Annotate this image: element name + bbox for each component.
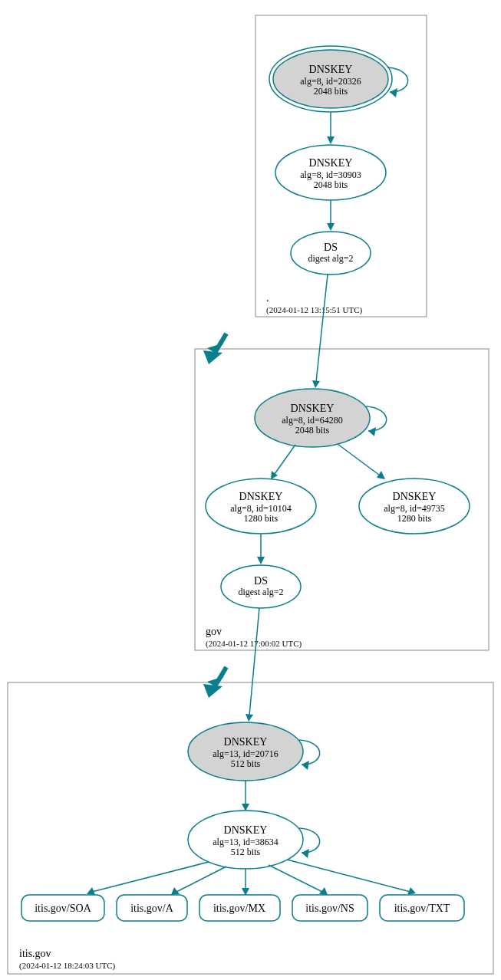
zone-gov-ts: (2024-01-12 17:00:02 UTC)	[206, 639, 302, 649]
zone-itis-ts: (2024-01-12 18:24:03 UTC)	[19, 961, 116, 971]
itis-zsk-node: DNSKEY alg=13, id=38634 512 bits	[188, 811, 320, 869]
node-sub: alg=8, id=10104	[230, 503, 292, 514]
arrowhead-icon	[377, 471, 385, 479]
node-sub: 1280 bits	[244, 513, 279, 524]
node-sub: 2048 bits	[295, 425, 330, 436]
root-ksk-node: DNSKEY alg=8, id=20326 2048 bits	[269, 46, 408, 112]
edge	[92, 862, 209, 892]
zone-root-ts: (2024-01-12 13:15:51 UTC)	[266, 305, 363, 315]
arrowhead-icon	[257, 557, 265, 564]
node-sub: alg=8, id=49735	[384, 503, 445, 514]
arrowhead-icon	[203, 684, 222, 698]
arrowhead-icon	[203, 350, 222, 364]
rrset-soa: itis.gov/SOA	[21, 895, 104, 921]
node-sub: alg=8, id=64280	[282, 415, 343, 426]
arrowhead-icon	[302, 761, 309, 770]
node-sub: digest alg=2	[308, 253, 353, 264]
node-title: DNSKEY	[309, 64, 353, 75]
node-sub: 2048 bits	[314, 86, 348, 97]
node-sub: 512 bits	[231, 847, 261, 857]
gov-zsk2-node: DNSKEY alg=8, id=49735 1280 bits	[359, 478, 470, 534]
node-sub: digest alg=2	[238, 587, 283, 597]
edge	[176, 867, 226, 892]
rrset-label: itis.gov/TXT	[394, 903, 450, 914]
node-title: DS	[254, 575, 268, 587]
arrowhead-icon	[327, 136, 335, 144]
node-title: DNSKEY	[224, 736, 268, 748]
node-sub: 1280 bits	[397, 513, 432, 524]
node-sub: alg=13, id=38634	[213, 837, 279, 847]
edge	[249, 608, 259, 715]
itis-ksk-node: DNSKEY alg=13, id=20716 512 bits	[188, 722, 320, 781]
arrowhead-icon	[271, 471, 278, 479]
arrowhead-icon	[368, 427, 376, 436]
node-title: DNSKEY	[239, 491, 283, 502]
node-title: DNSKEY	[309, 157, 353, 169]
zone-itis-label: itis.gov	[19, 948, 51, 959]
arrowhead-icon	[327, 223, 335, 231]
rrset-label: itis.gov/NS	[305, 903, 354, 914]
node-sub: 2048 bits	[314, 179, 348, 190]
node-title: DNSKEY	[291, 403, 335, 414]
rrset-label: itis.gov/A	[130, 903, 174, 914]
node-title: DS	[324, 242, 338, 253]
rrset-a: itis.gov/A	[117, 895, 187, 921]
arrowhead-icon	[302, 849, 309, 858]
edge	[269, 865, 322, 892]
node-sub: alg=13, id=20716	[213, 748, 279, 759]
arrowhead-icon	[246, 714, 253, 722]
rrset-mx: itis.gov/MX	[199, 895, 280, 921]
edge	[338, 444, 380, 475]
rrset-label: itis.gov/MX	[213, 903, 265, 914]
node-title: DNSKEY	[393, 491, 437, 502]
node-sub: alg=8, id=20326	[300, 76, 361, 87]
gov-ksk-node: DNSKEY alg=8, id=64280 2048 bits	[255, 389, 387, 447]
gov-zsk-node: DNSKEY alg=8, id=10104 1280 bits	[206, 478, 316, 534]
arrowhead-icon	[312, 380, 320, 388]
rrset-ns: itis.gov/NS	[292, 895, 368, 921]
rrset-txt: itis.gov/TXT	[380, 895, 464, 921]
zone-root-label: .	[266, 292, 269, 304]
node-sub: alg=8, id=30903	[300, 169, 361, 180]
edge	[275, 445, 295, 474]
root-ds-node: DS digest alg=2	[291, 232, 371, 275]
gov-ds-node: DS digest alg=2	[221, 565, 301, 608]
rrset-label: itis.gov/SOA	[35, 903, 91, 914]
edge	[316, 275, 328, 382]
dnssec-diagram: . (2024-01-12 13:15:51 UTC) gov (2024-01…	[0, 0, 501, 980]
arrowhead-icon	[390, 88, 397, 97]
zone-gov-label: gov	[206, 626, 222, 637]
edge	[287, 860, 410, 892]
node-title: DNSKEY	[224, 824, 268, 836]
root-zsk-node: DNSKEY alg=8, id=30903 2048 bits	[275, 145, 386, 200]
node-sub: 512 bits	[231, 758, 261, 769]
